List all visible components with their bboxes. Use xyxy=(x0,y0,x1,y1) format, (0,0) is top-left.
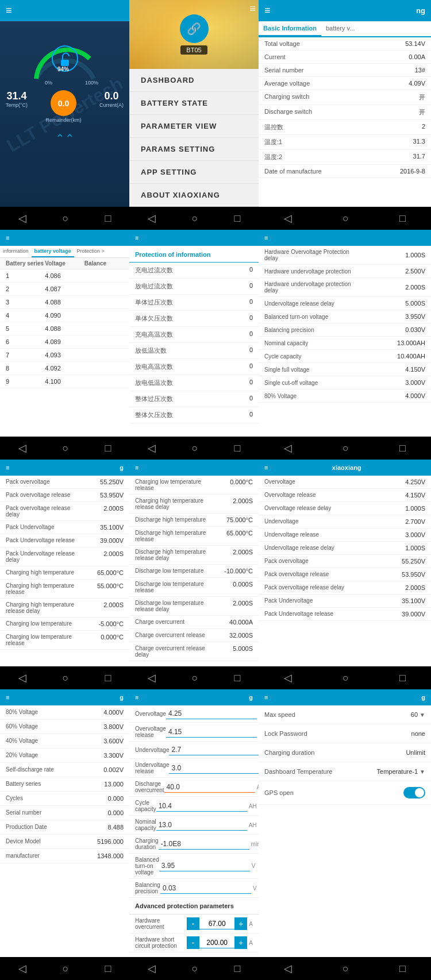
tab-information[interactable]: information xyxy=(0,246,32,257)
params-input-rows: OvervoltageVOvervoltage releaseVUndervol… xyxy=(129,705,259,952)
param-row: Pack Undervoltage release delay2.000S xyxy=(0,547,129,566)
home-icon-6[interactable]: ○ xyxy=(343,442,349,454)
back-icon-6[interactable]: ◁ xyxy=(284,442,292,454)
recent-icon-11[interactable]: □ xyxy=(234,963,241,975)
dropdown-container[interactable]: Temperature-1▼ xyxy=(377,768,425,775)
hamburger-icon-3[interactable]: ≡ xyxy=(264,5,271,17)
home-icon-8[interactable]: ○ xyxy=(192,672,198,684)
info-value: 13# xyxy=(415,67,425,74)
hw-minus-button[interactable]: - xyxy=(187,917,199,930)
param-label: Charging low temperature xyxy=(6,620,72,627)
hw-unit: A xyxy=(249,940,253,946)
home-icon-7[interactable]: ○ xyxy=(63,672,69,684)
back-icon-11[interactable]: ◁ xyxy=(148,962,156,975)
menu-item-parameter-view[interactable]: PARAMETER VIEW xyxy=(129,115,259,138)
hamburger-pd[interactable]: ≡ xyxy=(264,234,268,241)
recent-icon-2[interactable]: □ xyxy=(234,213,241,225)
back-icon-5[interactable]: ◁ xyxy=(148,442,156,454)
recent-icon-12[interactable]: □ xyxy=(399,963,406,975)
hw-plus-button[interactable]: + xyxy=(234,936,247,949)
tab-basic-info[interactable]: Basic Information xyxy=(259,21,321,36)
back-icon-8[interactable]: ◁ xyxy=(148,672,156,684)
back-icon-2[interactable]: ◁ xyxy=(148,212,156,225)
recent-icon-5[interactable]: □ xyxy=(234,442,241,454)
home-icon-4[interactable]: ○ xyxy=(63,442,69,454)
home-icon[interactable]: ○ xyxy=(63,213,69,225)
param-value: 2.000S xyxy=(103,601,124,614)
hamburger-as[interactable]: ≡ xyxy=(264,694,268,701)
hamburger-icon[interactable]: ≡ xyxy=(6,5,12,17)
hw-plus-button[interactable]: + xyxy=(234,917,247,930)
back-icon-12[interactable]: ◁ xyxy=(284,962,292,975)
menu-item-app-setting[interactable]: APP SETTING xyxy=(129,161,259,184)
recent-icon-7[interactable]: □ xyxy=(105,672,111,684)
home-icon-3[interactable]: ○ xyxy=(343,213,349,225)
cell-voltage: 4.100 xyxy=(45,378,84,385)
input-row: Undervoltage releaseV xyxy=(129,759,259,778)
hamburger-prot[interactable]: ≡ xyxy=(135,234,138,241)
home-icon-12[interactable]: ○ xyxy=(343,963,349,975)
recent-icon-6[interactable]: □ xyxy=(399,442,406,454)
input-field[interactable] xyxy=(156,820,247,831)
hamburger-pi[interactable]: ≡ xyxy=(135,694,138,701)
hw-minus-button[interactable]: - xyxy=(187,936,199,949)
hamburger-r3p2[interactable]: ≡ xyxy=(135,464,138,471)
menu-hamburger[interactable]: ≡ xyxy=(249,3,256,15)
up-arrow-icon[interactable]: ⌃⌃ xyxy=(0,132,129,145)
input-field[interactable] xyxy=(156,801,247,812)
recent-icon-3[interactable]: □ xyxy=(399,213,406,225)
home-icon-9[interactable]: ○ xyxy=(343,672,349,684)
nav-bar-10: ◁ ○ □ xyxy=(0,957,129,980)
input-field[interactable] xyxy=(166,708,257,719)
param-row: Discharge high temperature release65.000… xyxy=(129,527,259,546)
recent-icon[interactable]: □ xyxy=(105,213,111,225)
param-label: Discharge high temperature release xyxy=(135,530,210,542)
input-field[interactable] xyxy=(164,782,255,793)
tab-battery-voltage[interactable]: battery v... xyxy=(321,21,360,36)
hamburger-r3p1[interactable]: ≡ xyxy=(6,464,9,471)
input-field[interactable] xyxy=(159,839,249,850)
hamburger-r4p1[interactable]: ≡ xyxy=(6,694,9,701)
recent-icon-4[interactable]: □ xyxy=(105,442,111,454)
nav-bar-9: ◁ ○ □ xyxy=(259,666,431,689)
input-field[interactable] xyxy=(169,763,259,774)
recent-icon-9[interactable]: □ xyxy=(399,672,406,684)
input-label: Balanced turn-on voltage xyxy=(135,856,159,875)
back-icon-9[interactable]: ◁ xyxy=(284,672,292,684)
hamburger-bv[interactable]: ≡ xyxy=(6,234,9,241)
recent-icon-8[interactable]: □ xyxy=(234,672,241,684)
input-field[interactable] xyxy=(169,744,259,755)
dropdown-container[interactable]: 60▼ xyxy=(411,711,425,718)
pd-label: Hardware undervoltage protection delay xyxy=(264,281,356,294)
param-row: Discharge high temperature75.000°C xyxy=(129,514,259,527)
battery-row: 54.088 xyxy=(0,322,129,335)
input-field[interactable] xyxy=(160,883,251,894)
xx-value: 1.000S xyxy=(405,545,425,551)
back-icon[interactable]: ◁ xyxy=(18,212,26,225)
recent-icon-10[interactable]: □ xyxy=(105,963,111,975)
cell-series: 4 xyxy=(6,312,45,319)
xx-label: Overvoltage release xyxy=(264,492,316,499)
menu-item-dashboard[interactable]: DASHBOARD xyxy=(129,69,259,92)
input-field[interactable] xyxy=(159,861,250,871)
toggle-switch[interactable] xyxy=(403,787,425,798)
back-icon-10[interactable]: ◁ xyxy=(18,962,26,975)
input-field[interactable] xyxy=(166,727,257,738)
menu-item-about-xiaoxiang[interactable]: ABOUT XIAOXIANG xyxy=(129,184,259,207)
back-icon-4[interactable]: ◁ xyxy=(18,442,26,454)
param-value: 2.000S xyxy=(233,600,253,612)
home-icon-5[interactable]: ○ xyxy=(192,442,198,454)
tab-protection[interactable]: Protection > xyxy=(74,246,107,257)
home-icon-11[interactable]: ○ xyxy=(192,963,198,975)
back-icon-3[interactable]: ◁ xyxy=(284,212,292,225)
menu-item-battery-state[interactable]: BATTERY STATE xyxy=(129,92,259,115)
home-icon-10[interactable]: ○ xyxy=(63,963,69,975)
menu-item-params-setting[interactable]: PARAMS SETTING xyxy=(129,138,259,161)
info-row: Total voltage53.14V xyxy=(259,37,431,51)
home-icon-2[interactable]: ○ xyxy=(192,213,198,225)
prot-label: 单体过压次数 xyxy=(135,298,173,307)
info-value: 0.00A xyxy=(409,53,425,60)
xx-value: 3.000V xyxy=(405,531,425,538)
back-icon-7[interactable]: ◁ xyxy=(18,672,26,684)
tab-battery-v[interactable]: battery voltage xyxy=(32,246,74,257)
